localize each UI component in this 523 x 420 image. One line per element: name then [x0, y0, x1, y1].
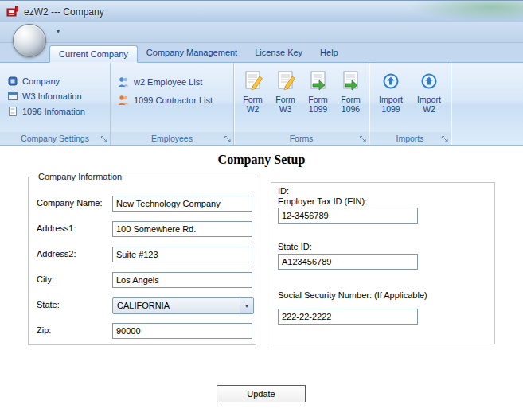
- ribbon-group-employees: w2 Employee List 1099 Contractor List Em…: [111, 63, 234, 145]
- imports-button-row: Import 1099 Import W2: [369, 67, 451, 130]
- group-label-text: Imports: [396, 134, 423, 143]
- ribbon-item-1096-information[interactable]: 1096 Infomation: [0, 103, 110, 119]
- ribbon-group-company-settings: Company W3 Information 1096 Infomation C…: [0, 63, 111, 145]
- ribbon-item-w2-employee-list[interactable]: w2 Employee List: [111, 72, 233, 91]
- form-1096-button[interactable]: Form 1096: [335, 67, 367, 130]
- ribbon: Company W3 Information 1096 Infomation C…: [0, 63, 523, 146]
- address1-input[interactable]: [112, 221, 252, 237]
- ribbon-tab-bar: Current Company Company Management Licen…: [0, 43, 523, 63]
- state-select-value: CALIFORNIA: [113, 298, 240, 313]
- state-id-input[interactable]: [278, 254, 418, 270]
- group-label-imports: Imports: [369, 132, 451, 145]
- button-label-line1: Import: [379, 95, 403, 104]
- tab-label: Company Management: [146, 48, 237, 57]
- button-label-line2: W3: [279, 104, 292, 114]
- form-w3-button[interactable]: Form W3: [270, 67, 302, 130]
- city-label: City:: [37, 274, 54, 284]
- import-icon: [421, 73, 437, 89]
- id-groupbox: ID: Employer Tax ID (EIN): State ID: Soc…: [271, 182, 495, 344]
- groupbox-legend: Company Information: [35, 172, 125, 181]
- form-1099-button[interactable]: Form 1099: [302, 67, 334, 130]
- zip-input[interactable]: [112, 323, 252, 339]
- ein-label: Employer Tax ID (EIN):: [278, 196, 367, 206]
- company-name-input[interactable]: [112, 196, 252, 212]
- button-label-line2: W2: [423, 104, 435, 114]
- form-1096-list-icon: [7, 106, 18, 117]
- tab-current-company[interactable]: Current Company: [49, 45, 138, 63]
- button-label-line1: Form: [243, 95, 263, 104]
- import-icon: [383, 73, 399, 89]
- ribbon-item-label: W3 Information: [22, 91, 82, 101]
- qat-dropdown-icon[interactable]: ▾: [53, 25, 64, 38]
- titlebar: ezW2 --- Company: [0, 0, 523, 22]
- ribbon-group-forms: Form W2 Form W3 Form: [234, 63, 369, 145]
- state-id-label: State ID:: [278, 242, 312, 251]
- ribbon-item-label: Company: [22, 76, 60, 86]
- update-button[interactable]: Update: [217, 385, 306, 402]
- ribbon-item-company[interactable]: Company: [0, 73, 110, 88]
- glass-tint: [412, 1, 523, 21]
- ein-input[interactable]: [278, 208, 418, 224]
- ribbon-item-label: 1099 Contractor List: [134, 95, 213, 105]
- window-title: ezW2 --- Company: [24, 6, 104, 18]
- ssn-input[interactable]: [278, 309, 418, 325]
- ribbon-item-1099-contractor-list[interactable]: 1099 Contractor List: [111, 91, 233, 109]
- button-label-line2: 1099: [309, 104, 327, 114]
- company-information-groupbox: Company Information Company Name: Addres…: [28, 177, 256, 345]
- form-arrow-icon: [341, 70, 361, 91]
- button-label-line1: Form: [308, 95, 328, 104]
- combo-arrow-icon[interactable]: ▼: [240, 298, 253, 313]
- state-select[interactable]: CALIFORNIA ▼: [112, 298, 254, 314]
- tab-company-management[interactable]: Company Management: [138, 45, 246, 62]
- zip-label: Zip:: [37, 325, 51, 335]
- button-label-line2: 1096: [342, 104, 360, 114]
- address1-label: Address1:: [37, 224, 76, 233]
- city-input[interactable]: [112, 272, 252, 288]
- page-title: Company Setup: [0, 153, 523, 167]
- form-pencil-icon: [243, 70, 263, 91]
- tab-label: Current Company: [59, 49, 128, 59]
- quick-access-toolbar: ▾: [0, 22, 523, 43]
- import-w2-button[interactable]: Import W2: [411, 67, 448, 130]
- button-label-line2: 1099: [381, 104, 400, 114]
- company-icon: [7, 76, 18, 87]
- w2-employee-list-icon: [117, 76, 130, 88]
- button-label-line1: Form: [275, 95, 295, 104]
- application-menu-orb[interactable]: [13, 24, 46, 57]
- group-label-text: Forms: [290, 134, 314, 143]
- address2-input[interactable]: [112, 247, 252, 262]
- ribbon-item-label: 1096 Infomation: [22, 107, 85, 116]
- ribbon-item-w3-information[interactable]: W3 Information: [0, 88, 110, 103]
- form-arrow-icon: [308, 70, 329, 91]
- button-label-line1: Form: [341, 95, 361, 104]
- address2-label: Address2:: [37, 249, 76, 259]
- tab-license-key[interactable]: License Key: [246, 45, 311, 62]
- ribbon-group-imports: Import 1099 Import W2 Imports: [369, 63, 451, 145]
- w3-information-icon: [7, 91, 18, 102]
- import-1099-button[interactable]: Import 1099: [373, 67, 410, 130]
- group-label-text: Company Settings: [21, 134, 89, 143]
- group-label-forms: Forms: [234, 132, 369, 145]
- form-w2-button[interactable]: Form W2: [237, 67, 269, 130]
- dialog-launcher-icon[interactable]: [441, 135, 448, 142]
- button-label-line2: W2: [247, 104, 260, 114]
- main-content: Company Setup Company Information Compan…: [0, 146, 523, 420]
- group-label-company-settings: Company Settings: [0, 132, 110, 145]
- tab-help[interactable]: Help: [311, 45, 347, 62]
- contractor-list-icon: [117, 94, 130, 107]
- app-icon: [6, 6, 19, 18]
- tab-label: Help: [320, 48, 338, 57]
- dialog-launcher-icon[interactable]: [224, 135, 231, 142]
- forms-button-row: Form W2 Form W3 Form: [234, 67, 369, 130]
- dialog-launcher-icon[interactable]: [359, 135, 366, 142]
- form-pencil-icon: [275, 70, 296, 91]
- state-label: State:: [37, 300, 60, 309]
- ssn-label: Social Security Number: (If Applicable): [278, 290, 427, 300]
- tab-label: License Key: [255, 48, 302, 57]
- dialog-launcher-icon[interactable]: [100, 135, 107, 142]
- id-heading: ID:: [278, 186, 289, 196]
- ribbon-item-label: w2 Employee List: [134, 77, 202, 87]
- group-label-employees: Employees: [111, 132, 233, 145]
- button-label-line1: Import: [417, 95, 441, 104]
- group-label-text: Employees: [151, 134, 193, 143]
